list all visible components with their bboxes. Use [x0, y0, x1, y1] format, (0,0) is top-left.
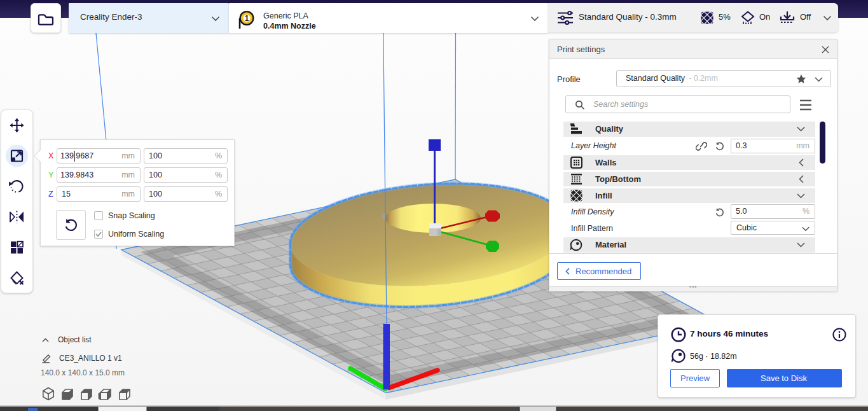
svg-text:1: 1 — [245, 14, 249, 23]
